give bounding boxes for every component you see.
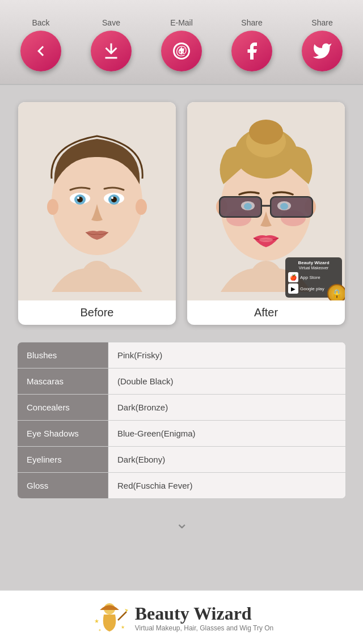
brand-text: Beauty Wizard Virtual Makeup, Hair, Glas…	[135, 603, 274, 632]
chevron-down-icon[interactable]: ⌄	[175, 514, 188, 532]
back-label: Back	[32, 18, 49, 27]
share-tw-label: Share	[311, 18, 332, 27]
after-photo-card: Beauty WizardVirtual Makeover 🍎 App Stor…	[187, 102, 345, 325]
svg-point-9	[77, 197, 79, 199]
appstore-badge: 🍎 App Store	[288, 272, 339, 282]
before-photo-card: Before	[18, 102, 176, 325]
back-circle[interactable]	[20, 31, 61, 71]
svg-text:★: ★	[121, 625, 125, 630]
makeup-category-label: Gloss	[18, 473, 108, 498]
svg-point-20	[249, 120, 283, 145]
brand-logo-icon: ★ ★ ✦	[90, 598, 129, 637]
toolbar: Back Save E-Mail @ Share Share	[0, 0, 363, 85]
share-fb-label: Share	[241, 18, 262, 27]
svg-point-13	[111, 197, 113, 199]
store-badges: Beauty WizardVirtual Makeover 🍎 App Stor…	[285, 257, 342, 298]
before-label: Before	[81, 300, 114, 325]
before-after-section: Before	[0, 85, 363, 336]
makeup-category-label: Blushes	[18, 342, 108, 368]
email-button[interactable]: E-Mail @	[161, 18, 202, 71]
svg-point-29	[244, 203, 252, 210]
facebook-share-button[interactable]: Share	[231, 18, 272, 71]
svg-rect-0	[105, 57, 117, 59]
table-row: EyelinersDark(Ebony)	[18, 447, 345, 473]
svg-point-32	[259, 238, 273, 242]
brand-tagline: Virtual Makeup, Hair, Glasses and Wig Tr…	[135, 624, 274, 632]
facebook-circle[interactable]	[231, 31, 272, 71]
before-face-illustration	[35, 111, 159, 292]
twitter-share-button[interactable]: Share	[302, 18, 343, 71]
twitter-circle[interactable]	[302, 31, 343, 71]
before-photo	[18, 102, 176, 300]
makeup-category-label: Concealers	[18, 395, 108, 420]
after-label: After	[254, 300, 278, 325]
svg-point-5	[136, 199, 147, 215]
makeup-category-label: Mascaras	[18, 368, 108, 394]
save-circle[interactable]	[91, 31, 132, 71]
makeup-category-label: Eyeliners	[18, 447, 108, 472]
table-row: Eye ShadowsBlue-Green(Enigma)	[18, 421, 345, 447]
back-button[interactable]: Back	[20, 18, 61, 71]
makeup-value-label: Dark(Ebony)	[108, 447, 345, 472]
brand-name: Beauty Wizard	[135, 603, 274, 624]
makeup-table: BlushesPink(Frisky)Mascaras(Double Black…	[17, 342, 346, 499]
table-row: Mascaras(Double Black)	[18, 368, 345, 395]
brand-bar: ★ ★ ✦ Beauty Wizard Virtual Makeup, Hair…	[0, 590, 363, 644]
svg-text:@: @	[175, 44, 187, 57]
android-icon: ▶	[288, 283, 298, 294]
makeup-value-label: (Double Black)	[108, 368, 345, 394]
lock-icon: 🔒	[327, 284, 345, 300]
save-label: Save	[102, 18, 120, 27]
makeup-value-label: Pink(Frisky)	[108, 342, 345, 368]
email-label: E-Mail	[170, 18, 193, 27]
chevron-section: ⌄	[0, 505, 363, 541]
svg-point-4	[47, 199, 58, 215]
googleplay-text: Google play	[300, 286, 324, 291]
svg-marker-35	[125, 609, 128, 612]
makeup-value-label: Dark(Bronze)	[108, 395, 345, 420]
makeup-value-label: Blue-Green(Enigma)	[108, 421, 345, 446]
table-row: GlossRed(Fuschia Fever)	[18, 473, 345, 498]
table-row: BlushesPink(Frisky)	[18, 342, 345, 368]
save-button[interactable]: Save	[91, 18, 132, 71]
makeup-value-label: Red(Fuschia Fever)	[108, 473, 345, 498]
svg-point-31	[280, 203, 288, 210]
after-photo: Beauty WizardVirtual Makeover 🍎 App Stor…	[187, 102, 345, 300]
appstore-text: App Store	[300, 275, 320, 280]
makeup-category-label: Eye Shadows	[18, 421, 108, 446]
table-row: ConcealersDark(Bronze)	[18, 395, 345, 421]
apple-icon: 🍎	[288, 272, 298, 282]
svg-text:★: ★	[94, 618, 99, 624]
svg-line-34	[118, 612, 126, 620]
svg-text:✦: ✦	[98, 628, 102, 632]
email-circle[interactable]: @	[161, 31, 202, 71]
